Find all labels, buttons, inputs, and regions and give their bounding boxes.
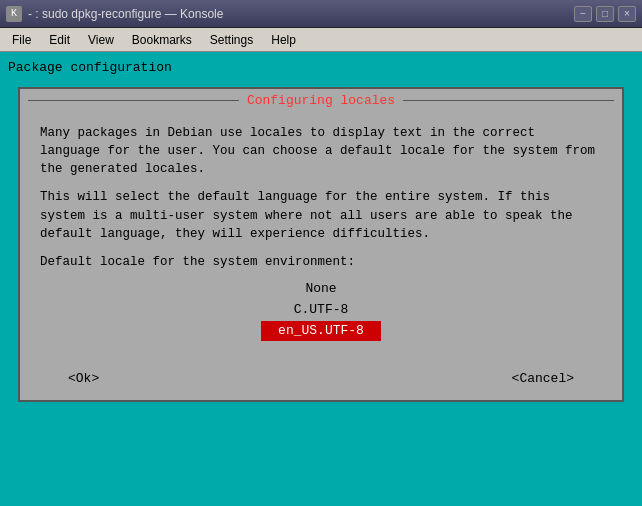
menu-view[interactable]: View	[80, 31, 122, 49]
locale-none[interactable]: None	[261, 279, 381, 300]
menu-bookmarks[interactable]: Bookmarks	[124, 31, 200, 49]
window-title: - : sudo dpkg-reconfigure — Konsole	[28, 7, 223, 21]
terminal-area: Package configuration Configuring locale…	[0, 52, 642, 506]
description-1: Many packages in Debian use locales to d…	[40, 124, 602, 178]
locale-cutf8[interactable]: C.UTF-8	[261, 300, 381, 321]
menu-bar: File Edit View Bookmarks Settings Help	[0, 28, 642, 52]
title-bar-left: K - : sudo dpkg-reconfigure — Konsole	[6, 6, 223, 22]
dialog-buttons: <Ok> <Cancel>	[20, 365, 622, 400]
window-controls: − □ ×	[574, 6, 636, 22]
maximize-button[interactable]: □	[596, 6, 614, 22]
konsole-icon: K	[6, 6, 22, 22]
locale-prompt: Default locale for the system environmen…	[40, 253, 602, 271]
locale-list: None C.UTF-8 en_US.UTF-8	[40, 279, 602, 342]
package-config-label: Package configuration	[8, 60, 634, 75]
locale-enus-utf8[interactable]: en_US.UTF-8	[261, 321, 381, 342]
minimize-button[interactable]: −	[574, 6, 592, 22]
menu-edit[interactable]: Edit	[41, 31, 78, 49]
description-2: This will select the default language fo…	[40, 188, 602, 242]
cancel-button[interactable]: <Cancel>	[504, 369, 582, 388]
menu-help[interactable]: Help	[263, 31, 304, 49]
title-bar: K - : sudo dpkg-reconfigure — Konsole − …	[0, 0, 642, 28]
menu-settings[interactable]: Settings	[202, 31, 261, 49]
title-line-left	[28, 100, 239, 101]
menu-file[interactable]: File	[4, 31, 39, 49]
dialog-title-bar: Configuring locales	[20, 89, 622, 112]
ok-button[interactable]: <Ok>	[60, 369, 107, 388]
dialog-title: Configuring locales	[247, 93, 395, 108]
dialog-body: Many packages in Debian use locales to d…	[20, 112, 622, 365]
close-button[interactable]: ×	[618, 6, 636, 22]
dialog-box: Configuring locales Many packages in Deb…	[18, 87, 624, 402]
title-line-right	[403, 100, 614, 101]
